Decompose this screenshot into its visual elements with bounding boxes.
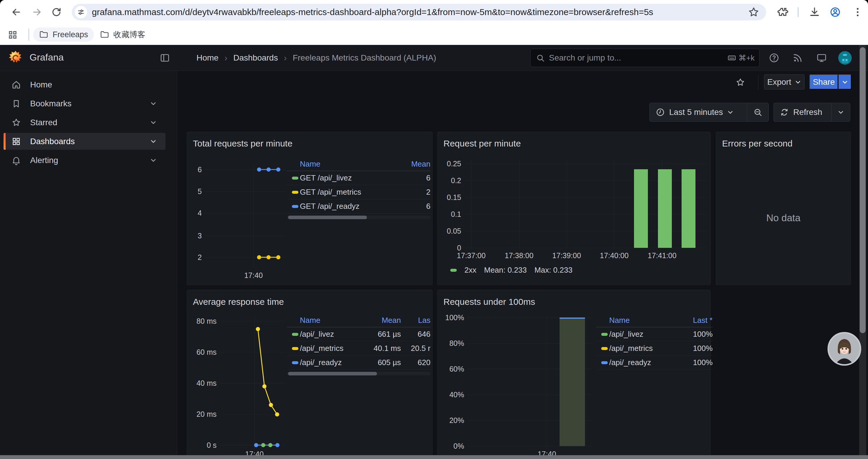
legend-header-name[interactable]: Name [300, 160, 395, 169]
legend-header-last[interactable]: Las [401, 316, 430, 325]
export-button[interactable]: Export [764, 74, 804, 90]
sidebar-toggle-icon[interactable] [159, 53, 170, 63]
address-bar[interactable] [72, 4, 766, 21]
bar-2xx[interactable] [682, 169, 695, 248]
bar-under-100ms[interactable] [560, 318, 585, 446]
series-color-swatch [292, 333, 299, 336]
y-tick: 20 ms [190, 410, 217, 419]
chevron-down-icon[interactable] [150, 157, 157, 164]
bar-2xx[interactable] [634, 169, 648, 248]
zoom-out-button[interactable] [747, 103, 769, 121]
scrollbar-thumb[interactable] [288, 216, 367, 219]
chevron-down-icon[interactable] [150, 138, 157, 145]
sidebar-item-alerting[interactable]: Alerting [4, 152, 165, 169]
sidebar-item-dashboards[interactable]: Dashboards [4, 133, 165, 150]
user-avatar[interactable] [838, 51, 852, 65]
grafana-brand[interactable]: Grafana [30, 52, 64, 63]
gridline [204, 236, 286, 236]
bell-icon [11, 155, 21, 165]
panel-title[interactable]: Average response time [193, 297, 284, 307]
bookmark-folder-blogs[interactable]: 收藏博客 [94, 28, 151, 42]
refresh-button[interactable]: Refresh [774, 103, 831, 121]
legend-table: Name Mean Las /api/_livez 661 µs 646 /ap… [287, 314, 430, 375]
share-options-button[interactable] [838, 74, 851, 90]
gridline [468, 446, 593, 446]
share-button[interactable]: Share [809, 74, 838, 90]
legend-row[interactable]: GET /api/_readyz 6 [287, 199, 430, 214]
help-icon[interactable] [769, 53, 779, 63]
bookmark-label: 收藏博客 [114, 29, 145, 40]
downloads-icon[interactable] [809, 6, 820, 18]
legend-header-name[interactable]: Name [609, 316, 668, 325]
y-tick: 0.05 [440, 227, 461, 235]
legend-2xx[interactable]: 2xx Mean: 0.233 Max: 0.233 [450, 266, 572, 275]
floating-assistant-avatar[interactable] [828, 332, 861, 366]
profile-icon[interactable] [830, 6, 841, 18]
chevron-down-icon [838, 109, 844, 116]
legend-row[interactable]: GET /api/_livez 6 [287, 171, 430, 185]
legend-row[interactable]: GET /api/_metrics 2 [287, 185, 430, 199]
bar-2xx[interactable] [658, 169, 672, 248]
horizontal-scrollbar[interactable] [0, 455, 868, 459]
back-icon[interactable] [11, 6, 22, 18]
scrollbar-thumb[interactable] [288, 372, 377, 375]
panel-title[interactable]: Requests under 100ms [443, 297, 535, 307]
bookmark-folder-freeleaps[interactable]: Freeleaps [33, 28, 94, 42]
legend-table: Name Last * /api/_livez 100% /api/_metri… [596, 314, 713, 370]
apps-grid-icon[interactable] [7, 29, 18, 40]
browser-menu-icon[interactable] [852, 6, 863, 18]
breadcrumb-dashboards[interactable]: Dashboards [234, 53, 278, 63]
extensions-icon[interactable] [777, 6, 788, 18]
time-range-picker[interactable]: Last 5 minutes [650, 103, 747, 121]
series-color-swatch [450, 269, 457, 272]
grafana-header: Grafana Home › Dashboards › Freeleaps Me… [0, 45, 868, 71]
legend-header-mean[interactable]: Mean [395, 160, 430, 169]
breadcrumb-home[interactable]: Home [196, 53, 219, 63]
legend-row[interactable]: /api/_metrics 100% [596, 341, 713, 356]
forward-icon[interactable] [31, 6, 42, 18]
sidebar-item-label: Alerting [30, 156, 150, 165]
url-input[interactable] [92, 7, 748, 17]
sidebar-item-home[interactable]: Home [4, 76, 165, 93]
bookmark-icon [11, 99, 21, 109]
legend-header-mean[interactable]: Mean [366, 316, 401, 325]
vertical-scrollbar-thumb[interactable] [860, 47, 866, 333]
legend-table: Name Mean GET /api/_livez 6 GET /api/_me… [287, 157, 430, 219]
panel-title[interactable]: Request per minute [443, 138, 521, 149]
legend-horizontal-scrollbar[interactable] [287, 216, 430, 219]
legend-row[interactable]: /api/_readyz 605 µs 620 [287, 356, 430, 370]
reload-icon[interactable] [51, 6, 62, 18]
legend-row[interactable]: /api/_readyz 100% [596, 356, 713, 370]
breadcrumb: Home › Dashboards › Freeleaps Metrics Da… [196, 45, 436, 71]
panel-title[interactable]: Total requests per minute [193, 138, 292, 149]
y-tick: 40 ms [190, 379, 217, 388]
search-input[interactable] [549, 53, 727, 63]
sidebar-item-bookmarks[interactable]: Bookmarks [4, 95, 165, 112]
search-icon [536, 54, 545, 62]
legend-row[interactable]: /api/_metrics 40.1 ms 20.5 r [287, 341, 430, 356]
legend-header-name[interactable]: Name [300, 316, 366, 325]
search-box[interactable]: ⌘+k [530, 49, 760, 67]
grafana-logo[interactable] [8, 50, 23, 65]
clock-icon [656, 107, 665, 117]
legend-header-last[interactable]: Last * [668, 316, 713, 325]
series-color-swatch [292, 347, 299, 350]
y-tick: 3 [189, 231, 202, 240]
monitor-icon[interactable] [816, 53, 827, 63]
panel-average-response-time: Average response time 80 ms 60 ms 40 ms … [187, 290, 433, 459]
legend-header: Name Mean Las [287, 314, 430, 327]
chevron-down-icon[interactable] [150, 119, 157, 126]
favorite-star-icon[interactable] [735, 77, 745, 88]
news-rss-icon[interactable] [793, 53, 803, 63]
refresh-interval-button[interactable] [831, 103, 850, 121]
site-settings-icon[interactable] [75, 6, 87, 18]
legend-horizontal-scrollbar[interactable] [287, 372, 430, 375]
chevron-down-icon[interactable] [150, 100, 157, 107]
panel-title[interactable]: Errors per second [722, 138, 793, 149]
bookmark-star-icon[interactable] [748, 6, 760, 18]
sidebar-item-starred[interactable]: Starred [4, 114, 165, 131]
breadcrumb-current: Freeleaps Metrics Dashboard (ALPHA) [293, 53, 436, 63]
legend-row[interactable]: /api/_livez 661 µs 646 [287, 327, 430, 341]
legend-row[interactable]: /api/_livez 100% [596, 327, 713, 341]
breadcrumb-separator: › [284, 53, 287, 63]
